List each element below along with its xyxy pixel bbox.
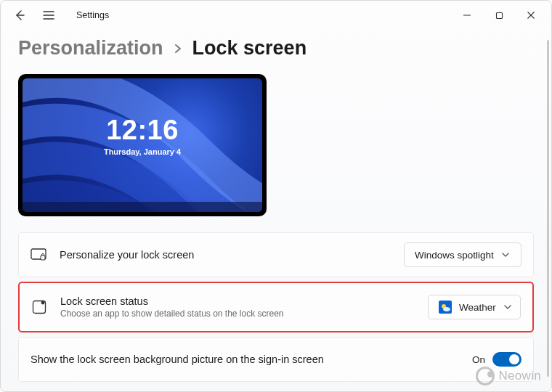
- preview-taskbar: [23, 202, 262, 212]
- chevron-down-icon: [503, 303, 512, 311]
- lock-screen-status-row[interactable]: Lock screen status Choose an app to show…: [18, 282, 534, 332]
- personalize-title: Personalize your lock screen: [60, 249, 194, 261]
- minimize-icon: [463, 11, 471, 20]
- lock-screen-icon: [31, 247, 46, 263]
- weather-app-icon: [439, 301, 452, 314]
- personalize-dropdown-value: Windows spotlight: [415, 250, 494, 261]
- signin-picture-label: Show the lock screen background picture …: [31, 354, 324, 365]
- personalize-lock-screen-row[interactable]: Personalize your lock screen Windows spo…: [18, 232, 534, 277]
- maximize-button[interactable]: [483, 4, 515, 26]
- personalize-dropdown[interactable]: Windows spotlight: [404, 242, 521, 267]
- close-icon: [527, 11, 535, 20]
- settings-window: Settings Personalization Lock screen: [0, 0, 552, 392]
- arrow-left-icon: [14, 9, 25, 21]
- chevron-down-icon: [501, 250, 510, 259]
- chevron-right-icon: [174, 44, 182, 54]
- back-button[interactable]: [11, 7, 28, 24]
- toggle-knob: [509, 354, 519, 364]
- svg-point-11: [41, 301, 45, 305]
- window-controls: [451, 4, 547, 26]
- status-title: Lock screen status: [60, 295, 284, 307]
- content-area: Personalization Lock screen 12:16 Thursd…: [1, 30, 551, 391]
- breadcrumb-parent[interactable]: Personalization: [18, 37, 163, 60]
- status-text: Lock screen status Choose an app to show…: [60, 295, 284, 319]
- preview-time: 12:16: [23, 115, 262, 146]
- maximize-icon: [495, 12, 503, 20]
- svg-rect-9: [41, 256, 45, 260]
- status-subtitle: Choose an app to show detailed status on…: [60, 309, 284, 319]
- status-icon: [31, 299, 47, 315]
- preview-clock: 12:16 Thursday, January 4: [23, 115, 262, 156]
- signin-picture-row: Show the lock screen background picture …: [18, 337, 534, 382]
- hamburger-icon: [43, 10, 54, 20]
- scrollbar[interactable]: [547, 40, 549, 377]
- nav-menu-button[interactable]: [40, 7, 57, 24]
- signin-picture-state: On: [472, 354, 485, 365]
- close-button[interactable]: [515, 4, 547, 26]
- app-title: Settings: [76, 10, 109, 20]
- minimize-button[interactable]: [451, 4, 483, 26]
- preview-date: Thursday, January 4: [23, 147, 262, 156]
- lock-screen-preview[interactable]: 12:16 Thursday, January 4: [18, 74, 267, 216]
- titlebar: Settings: [1, 1, 551, 30]
- svg-point-14: [443, 307, 450, 311]
- status-dropdown[interactable]: Weather: [428, 295, 521, 319]
- svg-rect-5: [496, 12, 502, 18]
- breadcrumb: Personalization Lock screen: [18, 37, 534, 60]
- status-dropdown-value: Weather: [459, 302, 496, 313]
- preview-screen: 12:16 Thursday, January 4: [23, 78, 262, 212]
- signin-picture-toggle[interactable]: [492, 352, 521, 367]
- breadcrumb-current: Lock screen: [192, 37, 307, 60]
- personalize-text: Personalize your lock screen: [60, 249, 194, 261]
- titlebar-left: Settings: [11, 7, 109, 24]
